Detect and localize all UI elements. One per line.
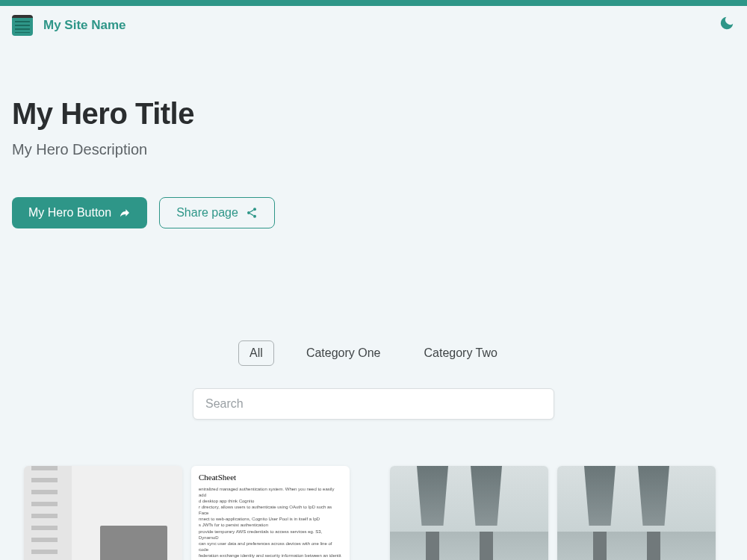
moon-icon [719,15,735,31]
svg-point-0 [253,208,256,211]
hero-actions: My Hero Button Share page [12,197,735,228]
doc-line: s JWTs for to persist authentication [199,522,342,528]
svg-point-1 [247,211,250,214]
card-gap [359,466,381,560]
doc-line: federation exchange identity and securit… [199,553,342,559]
doc-line: can sync user data and preferences acros… [199,541,342,553]
share-page-button-label: Share page [176,206,238,220]
dark-mode-toggle[interactable] [719,15,735,36]
doc-line: entralized managed authentication system… [199,486,342,498]
search-wrap [0,388,747,420]
hero-primary-button-label: My Hero Button [28,206,111,220]
top-accent-bar [0,0,747,6]
site-logo-icon [12,15,33,36]
doc-line: provide temporary AWS credentials to acc… [199,529,342,541]
hero-section: My Hero Title My Hero Description My Her… [0,45,747,228]
share-nodes-icon [246,207,258,219]
tab-all[interactable]: All [238,340,274,366]
doc-card-title: CheatSheet [199,472,342,483]
hero-primary-button[interactable]: My Hero Button [12,197,147,228]
category-tabs: All Category One Category Two [0,340,747,366]
card-item[interactable] [390,466,548,560]
card-grid: CheatSheet entralized managed authentica… [0,420,747,560]
brand[interactable]: My Site Name [12,15,126,36]
site-name: My Site Name [43,18,126,33]
search-input[interactable] [193,388,554,420]
header: My Site Name [0,6,747,45]
svg-point-2 [253,215,256,218]
doc-line: r directory, allows users to authenticat… [199,504,342,516]
share-arrow-icon [119,207,131,219]
hero-title: My Hero Title [12,97,735,131]
card-item[interactable]: CheatSheet entralized managed authentica… [191,466,350,560]
tab-category-two[interactable]: Category Two [412,340,508,366]
hero-description: My Hero Description [12,141,735,158]
card-item[interactable] [557,466,716,560]
doc-line: d desktop app think Cognito [199,498,342,504]
tab-category-one[interactable]: Category One [295,340,392,366]
card-item[interactable] [24,466,182,560]
share-page-button[interactable]: Share page [159,197,275,228]
doc-line: nnect to web-applications, Cognito User … [199,516,342,522]
